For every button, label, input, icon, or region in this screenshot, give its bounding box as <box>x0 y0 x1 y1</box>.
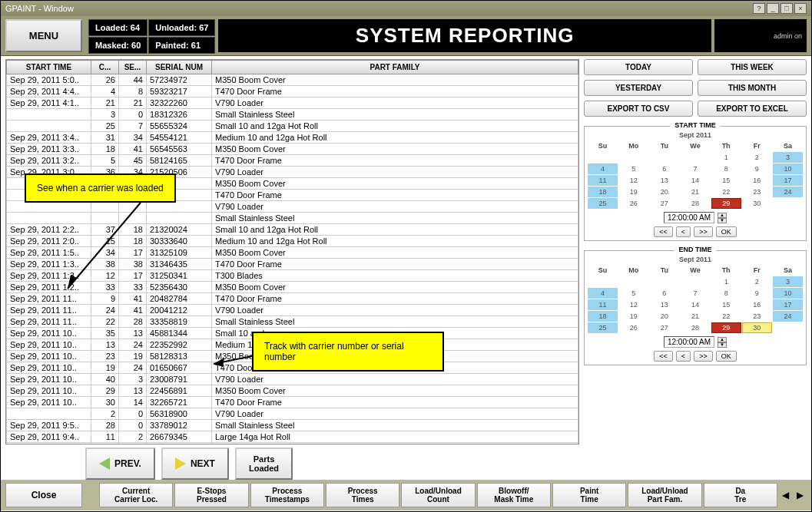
calendar-day[interactable]: 16 <box>742 175 772 186</box>
cal-next-button[interactable]: >> <box>694 226 713 237</box>
menu-button[interactable]: MENU <box>5 19 82 52</box>
calendar-day[interactable]: 3 <box>773 276 803 287</box>
calendar-day[interactable]: 21 <box>680 187 710 197</box>
calendar-day[interactable]: 11 <box>588 299 618 310</box>
calendar-day[interactable]: 4 <box>588 288 618 299</box>
calendar-day[interactable]: 28 <box>680 198 710 209</box>
cal-ok-button[interactable]: OK <box>716 351 737 362</box>
table-row[interactable]: Sep 29, 2011 11..222833358819Small Stain… <box>7 316 578 328</box>
table-row[interactable]: 2056318900V790 Loader <box>7 408 578 420</box>
report-tab[interactable]: Blowoff/ Mask Time <box>477 483 551 507</box>
table-row[interactable]: Sep 29, 2011 1:3..121731250341T300 Blade… <box>7 270 578 282</box>
table-row[interactable]: Sep 29, 2011 4:4..4859323217T470 Door Fr… <box>7 86 578 97</box>
export-excel-button[interactable]: EXPORT TO EXCEL <box>698 101 807 117</box>
table-row[interactable]: Sep 29, 2011 5:0..264457234972M350 Boom … <box>7 74 578 86</box>
calendar-day[interactable]: 26 <box>618 198 648 209</box>
col-family[interactable]: PART FAMILY <box>212 61 578 74</box>
calendar-day[interactable]: 11 <box>588 175 618 186</box>
calendar-day[interactable]: 24 <box>773 311 803 322</box>
table-row[interactable]: Small Stainless Steel <box>7 213 578 224</box>
calendar-day[interactable]: 13 <box>649 175 679 186</box>
report-tab[interactable]: Load/Unload Count <box>401 483 475 507</box>
calendar-day[interactable]: 22 <box>711 311 741 322</box>
calendar-day[interactable]: 30 <box>742 322 772 333</box>
table-row[interactable]: Sep 29, 2011 2:0..151830333640Medium 10 … <box>7 236 578 247</box>
calendar-day[interactable]: 19 <box>618 187 648 197</box>
cal-ok-button[interactable]: OK <box>716 226 737 237</box>
table-row[interactable]: 3018312326Small Stainless Steel <box>7 109 578 121</box>
cal-prev-button[interactable]: < <box>676 226 691 237</box>
table-row[interactable]: Sep 29, 2011 3:3..184156545563M350 Boom … <box>7 144 578 155</box>
calendar-day[interactable]: 17 <box>773 299 803 310</box>
cal-prev-button[interactable]: < <box>676 351 691 362</box>
calendar-day[interactable]: 28 <box>680 322 710 333</box>
report-tab[interactable]: Load/Unload Part Fam. <box>628 483 701 507</box>
calendar-day[interactable]: 17 <box>773 175 803 186</box>
calendar-day[interactable]: 10 <box>773 288 803 299</box>
calendar-day[interactable]: 20 <box>649 187 679 197</box>
report-tab[interactable]: Paint Time <box>552 483 626 507</box>
report-table[interactable]: START TIME C... SE... SERIAL NUM PART FA… <box>5 59 579 444</box>
calendar-day[interactable]: 14 <box>680 299 710 310</box>
calendar-day[interactable]: 4 <box>588 164 618 174</box>
calendar-day[interactable]: 29 <box>711 198 741 209</box>
table-row[interactable]: Sep 29, 2011 11..94120482784T470 Door Fr… <box>7 293 578 305</box>
calendar-day[interactable]: 27 <box>649 198 679 209</box>
calendar-day[interactable]: 22 <box>711 187 741 197</box>
calendar-day[interactable]: 7 <box>680 164 710 174</box>
table-row[interactable]: Sep 29, 2011 10..301432265721T470 Door F… <box>7 397 578 408</box>
table-row[interactable]: Sep 29, 2011 9:5..28033789012Small Stain… <box>7 420 578 431</box>
calendar-day[interactable]: 5 <box>618 164 648 174</box>
table-row[interactable]: Sep 29, 2011 1:5..341731325109M350 Boom … <box>7 247 578 259</box>
calendar-day[interactable]: 15 <box>711 175 741 186</box>
table-row[interactable]: Sep 29, 2011 2:2..371821320024Small 10 a… <box>7 224 578 236</box>
calendar-day[interactable]: 7 <box>680 288 710 299</box>
calendar-day[interactable]: 30 <box>742 198 772 209</box>
start-time-field[interactable]: 12:00:00 AM <box>664 212 714 223</box>
table-row[interactable]: Sep 29, 2011 3:4..313454554121Medium 10 … <box>7 132 578 144</box>
table-row[interactable]: Sep 29, 2011 11..244120041212V790 Loader <box>7 305 578 316</box>
time-spinner-icon[interactable]: ▲▼ <box>718 337 727 348</box>
cal-first-button[interactable]: << <box>654 226 673 237</box>
report-tab[interactable]: Process Times <box>326 483 399 507</box>
calendar-day[interactable]: 25 <box>588 198 618 209</box>
calendar-day[interactable]: 15 <box>711 299 741 310</box>
table-row[interactable]: Sep 29, 2011 3:2..54558124165T470 Door F… <box>7 155 578 167</box>
cal-next-button[interactable]: >> <box>694 351 713 362</box>
calendar-day[interactable]: 2 <box>742 152 772 163</box>
thisweek-button[interactable]: THIS WEEK <box>698 59 807 75</box>
close-button[interactable]: Close <box>5 483 82 507</box>
calendar-day[interactable]: 18 <box>588 311 618 322</box>
calendar-day[interactable]: 21 <box>680 311 710 322</box>
calendar-day[interactable]: 9 <box>742 288 772 299</box>
calendar-day[interactable]: 12 <box>618 299 648 310</box>
time-spinner-icon[interactable]: ▲▼ <box>718 213 727 223</box>
calendar-day[interactable]: 6 <box>649 164 679 174</box>
report-tab[interactable]: Process Timestamps <box>250 483 324 507</box>
table-row[interactable]: Sep 29, 2011 10..291322456891M350 Boom C… <box>7 385 578 397</box>
calendar-day[interactable]: 3 <box>773 152 803 163</box>
calendar-day[interactable]: 6 <box>649 288 679 299</box>
window-close-icon[interactable]: × <box>794 3 807 14</box>
calendar-day[interactable]: 1 <box>711 152 741 163</box>
table-row[interactable]: Sep 29, 2011 4:1..212132322260V790 Loade… <box>7 97 578 109</box>
end-time-calendar[interactable]: END TIME Sept 2011 SuMoTuWeThFrSa1234567… <box>584 250 807 365</box>
calendar-day[interactable]: 23 <box>742 311 772 322</box>
calendar-day[interactable]: 26 <box>618 322 648 333</box>
calendar-day[interactable]: 19 <box>618 311 648 322</box>
calendar-day[interactable]: 8 <box>711 164 741 174</box>
calendar-day[interactable]: 23 <box>742 187 772 197</box>
table-row[interactable]: Sep 29, 2011 1:2..333352356430M350 Boom … <box>7 282 578 293</box>
calendar-day[interactable]: 16 <box>742 299 772 310</box>
col-serial[interactable]: SERIAL NUM <box>147 61 212 74</box>
report-tab[interactable]: E-Stops Pressed <box>174 483 248 507</box>
thismonth-button[interactable]: THIS MONTH <box>698 80 807 96</box>
table-row[interactable]: Sep 29, 2011 9:4..11226679345Large 14ga … <box>7 431 578 443</box>
parts-loaded-button[interactable]: PartsLoaded <box>235 448 293 480</box>
report-tab[interactable]: Current Carrier Loc. <box>99 483 173 507</box>
table-row[interactable]: Sep 29, 2011 9:4..14 <box>7 443 578 445</box>
next-button[interactable]: NEXT <box>161 448 229 480</box>
calendar-day[interactable]: 27 <box>649 322 679 333</box>
calendar-day[interactable]: 14 <box>680 175 710 186</box>
report-tab[interactable]: Da Tre <box>704 483 777 507</box>
